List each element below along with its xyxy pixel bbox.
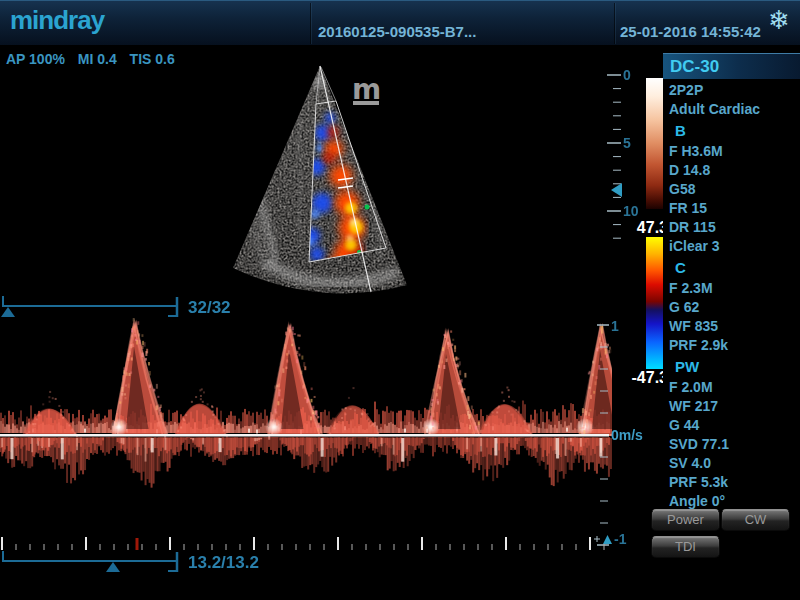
pw-spectrogram xyxy=(0,310,612,545)
bmode-sector xyxy=(222,58,442,316)
orientation-marker: m xyxy=(352,73,381,106)
ultrasound-screen: m mindray 20160125-090535-B7... 25-01-20… xyxy=(0,0,800,600)
